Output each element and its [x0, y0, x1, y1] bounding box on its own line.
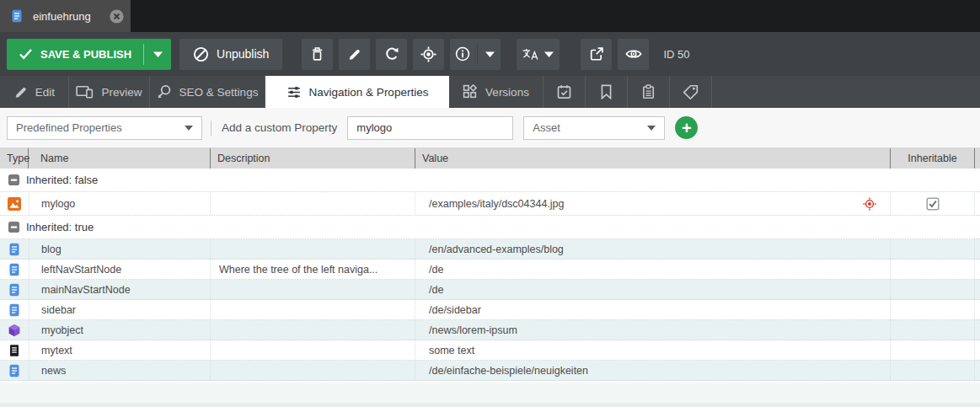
row-name[interactable]: mylogo [29, 192, 211, 215]
caret-down-icon [485, 51, 495, 58]
tab-dependencies[interactable] [586, 76, 628, 108]
row-inheritable-cell[interactable] [891, 320, 975, 340]
table-row[interactable]: mytextsome text [0, 340, 980, 361]
tab-notes[interactable] [628, 76, 670, 108]
row-name[interactable]: myobject [29, 320, 211, 340]
save-publish-button[interactable]: SAVE & PUBLISH [7, 39, 171, 70]
group-row[interactable]: Inherited: false [0, 169, 980, 192]
predefined-properties-select[interactable]: Predefined Properties [7, 116, 202, 140]
editor-tabs: Edit Preview SEO & Settings Navigation &… [0, 76, 980, 108]
tab-versions[interactable]: Versions [449, 76, 544, 108]
document-tab-bar: einfuehrung [0, 0, 980, 32]
document-icon [8, 303, 21, 317]
row-description[interactable] [211, 320, 415, 340]
reload-button[interactable] [376, 39, 407, 70]
table-row[interactable]: sidebar/de/sidebar [0, 300, 980, 320]
preview-eye-button[interactable] [618, 39, 649, 70]
locate-icon [420, 46, 436, 62]
row-inheritable-cell[interactable] [891, 340, 975, 360]
column-header-type[interactable]: Type [0, 148, 29, 169]
row-inheritable-cell[interactable] [891, 361, 975, 380]
row-inheritable-cell[interactable] [891, 280, 975, 299]
row-value[interactable]: /de [415, 280, 891, 299]
row-inheritable-cell[interactable] [891, 192, 975, 215]
table-row[interactable]: mainNavStartNode/de [0, 280, 980, 300]
versions-grid-icon [463, 84, 478, 99]
property-name-input[interactable]: mylogo [347, 116, 513, 140]
tab-tags[interactable] [670, 76, 712, 108]
table-row[interactable]: myobject/news/lorem-ipsum [0, 320, 980, 340]
row-type-cell [0, 260, 29, 279]
row-name[interactable]: mainNavStartNode [29, 280, 211, 299]
column-header-inheritable[interactable]: Inheritable [891, 148, 975, 169]
tab-label: SEO & Settings [179, 86, 259, 99]
calendar-icon [556, 84, 572, 99]
document-icon [8, 243, 21, 256]
row-inheritable-cell[interactable] [891, 300, 975, 319]
collapse-group-icon[interactable] [8, 221, 20, 233]
caret-down-icon [544, 51, 554, 58]
row-type-cell [0, 361, 29, 380]
row-description[interactable] [211, 192, 415, 215]
unpublish-label: Unpublish [217, 47, 269, 61]
open-in-new-window-button[interactable] [581, 39, 612, 70]
row-inheritable-cell[interactable] [891, 260, 975, 279]
tab-navigation-properties[interactable]: Navigation & Properties [265, 76, 449, 108]
locate-element-icon[interactable] [863, 197, 876, 211]
row-value[interactable]: /examples/italy/dsc04344.jpg [415, 192, 891, 215]
row-description[interactable] [211, 300, 415, 319]
inheritable-checkbox[interactable] [926, 197, 940, 211]
tab-edit[interactable]: Edit [0, 76, 69, 108]
document-tab[interactable]: einfuehrung [0, 0, 131, 32]
check-icon [19, 48, 33, 60]
search-icon [157, 84, 172, 99]
document-icon [8, 263, 21, 276]
column-header-description[interactable]: Description [211, 148, 415, 169]
save-dropdown-button[interactable] [144, 39, 171, 70]
table-row[interactable]: news/de/einfache-beispiele/neuigkeiten [0, 361, 980, 381]
row-name[interactable]: leftNavStartNode [29, 260, 211, 279]
unpublish-button[interactable]: Unpublish [179, 39, 282, 70]
row-value[interactable]: /de/einfache-beispiele/neuigkeiten [415, 361, 891, 380]
info-dropdown-button[interactable] [450, 39, 501, 70]
row-value[interactable]: some text [415, 340, 891, 360]
toolbar: SAVE & PUBLISH Unpublish ID 50 [0, 32, 980, 76]
row-name[interactable]: mytext [29, 340, 211, 360]
add-property-button[interactable]: + [675, 116, 698, 139]
row-value[interactable]: /en/advanced-examples/blog [415, 239, 891, 259]
row-description[interactable] [211, 280, 415, 299]
tab-schedule[interactable] [544, 76, 586, 108]
row-value[interactable]: /news/lorem-ipsum [415, 320, 891, 340]
locate-in-tree-button[interactable] [413, 39, 444, 70]
group-row[interactable]: Inherited: true [0, 216, 980, 239]
image-icon [8, 197, 21, 211]
column-header-value[interactable]: Value [415, 148, 891, 169]
table-row[interactable]: blog/en/advanced-examples/blog [0, 239, 980, 260]
row-name[interactable]: blog [29, 239, 211, 259]
row-name[interactable]: news [29, 361, 211, 380]
text-icon [8, 344, 21, 357]
row-inheritable-cell[interactable] [891, 239, 975, 259]
row-name[interactable]: sidebar [29, 300, 211, 319]
tab-seo-settings[interactable]: SEO & Settings [150, 76, 265, 108]
table-row[interactable]: leftNavStartNodeWhere the tree of the le… [0, 260, 980, 280]
translate-dropdown-button[interactable] [517, 39, 560, 70]
table-row[interactable]: mylogo/examples/italy/dsc04344.jpg [0, 192, 980, 216]
row-description[interactable]: Where the tree of the left naviga... [211, 260, 415, 279]
property-type-select[interactable]: Asset [523, 116, 665, 140]
row-value[interactable]: /de/sidebar [415, 300, 891, 319]
grid-footer-area [0, 383, 980, 407]
row-value[interactable]: /de [415, 260, 891, 279]
caret-down-icon [185, 126, 193, 131]
row-description[interactable] [211, 361, 415, 380]
collapse-group-icon[interactable] [8, 174, 20, 186]
row-description[interactable] [211, 239, 415, 259]
delete-button[interactable] [302, 39, 333, 70]
row-type-cell [0, 192, 29, 215]
close-tab-icon[interactable] [110, 9, 124, 24]
slash-circle-icon [193, 46, 209, 62]
rename-button[interactable] [339, 39, 370, 70]
column-header-name[interactable]: Name [29, 148, 211, 169]
row-description[interactable] [211, 340, 415, 360]
tab-preview[interactable]: Preview [69, 76, 150, 108]
